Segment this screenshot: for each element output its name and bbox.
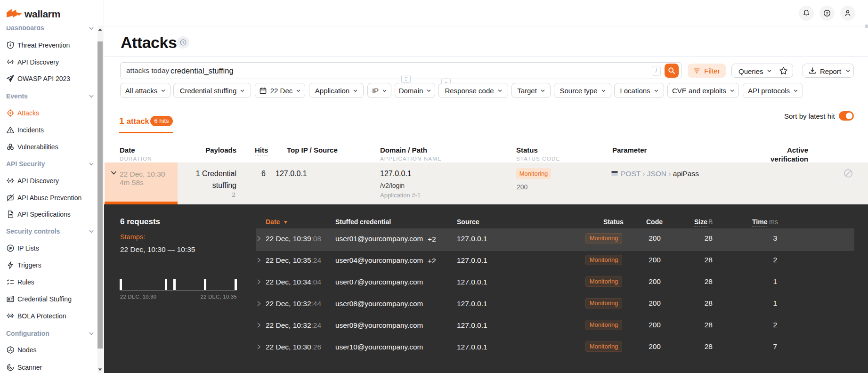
- svg-text:?: ?: [826, 11, 828, 16]
- svg-text:?: ?: [182, 41, 185, 45]
- svg-text:ID: ID: [9, 314, 12, 317]
- svg-text:IP: IP: [8, 246, 12, 251]
